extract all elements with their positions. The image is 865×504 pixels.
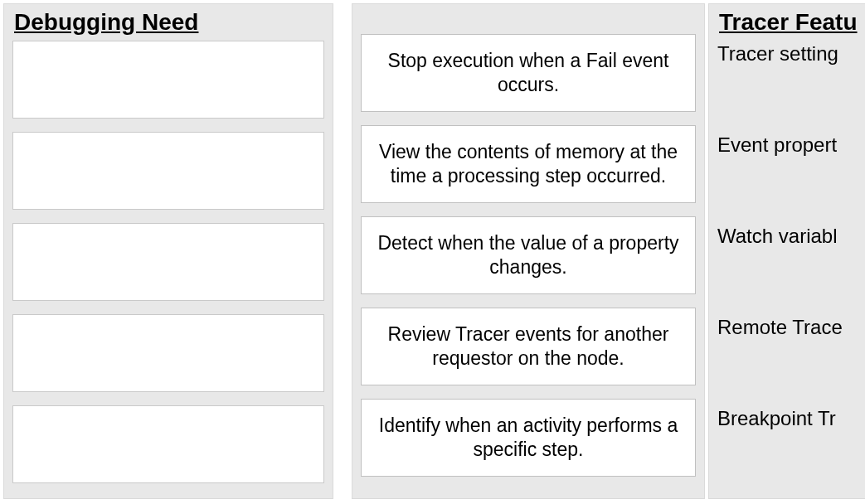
drop-slot-4[interactable] [12, 314, 324, 392]
feature-label-4: Remote Trace [717, 314, 865, 392]
tracer-feature-heading: Tracer Featu [717, 9, 865, 36]
feature-label-1: Tracer setting [717, 41, 865, 119]
drag-card-text: Review Tracer events for another request… [373, 322, 683, 371]
drop-slot-3[interactable] [12, 223, 324, 301]
feature-label-5: Breakpoint Tr [717, 405, 865, 483]
drag-card-text: Stop execution when a Fail event occurs. [373, 49, 683, 97]
tracer-feature-panel: Tracer Featu Tracer setting Event proper… [708, 3, 865, 499]
drag-card-3[interactable]: Detect when the value of a property chan… [361, 216, 696, 294]
drag-card-2[interactable]: View the contents of memory at the time … [361, 125, 696, 203]
drop-slot-5[interactable] [12, 405, 324, 483]
feature-label-2: Event propert [717, 132, 865, 210]
drop-slot-2[interactable] [12, 132, 324, 210]
drag-card-5[interactable]: Identify when an activity performs a spe… [361, 399, 696, 477]
feature-label-3: Watch variabl [717, 223, 865, 301]
debugging-need-panel: Debugging Need [3, 3, 333, 499]
drag-card-4[interactable]: Review Tracer events for another request… [361, 308, 696, 385]
drag-card-text: Identify when an activity performs a spe… [373, 414, 683, 462]
drag-card-1[interactable]: Stop execution when a Fail event occurs. [361, 34, 696, 112]
feature-list: Tracer setting Event propert Watch varia… [717, 41, 865, 483]
draggable-cards-panel: Stop execution when a Fail event occurs.… [352, 3, 705, 499]
debugging-need-heading: Debugging Need [12, 9, 324, 36]
drop-slot-1[interactable] [12, 41, 324, 119]
drag-card-text: Detect when the value of a property chan… [373, 231, 683, 279]
drag-card-text: View the contents of memory at the time … [373, 140, 683, 188]
